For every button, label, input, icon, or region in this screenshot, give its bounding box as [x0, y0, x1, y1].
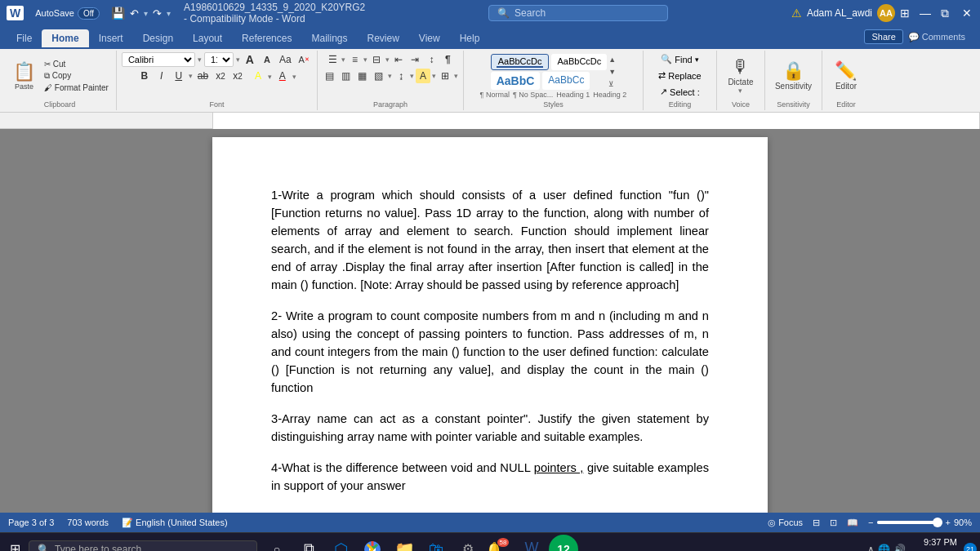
close-button[interactable]: ✕ [957, 7, 973, 20]
comments-button[interactable]: 💬 Comments [908, 32, 965, 42]
bullets-button[interactable]: ☰ [325, 52, 340, 67]
taskbar-explorer[interactable]: 📁 [390, 535, 419, 552]
increase-indent-button[interactable]: ⇥ [408, 52, 422, 67]
tray-arrow[interactable]: ∧ [867, 544, 875, 552]
styles-expand[interactable]: ⊻ [608, 80, 616, 88]
clock[interactable]: 9:37 PM 11/17/2020 [912, 536, 957, 551]
font-family-select[interactable]: Calibri [122, 52, 195, 67]
shading-button[interactable]: A [416, 69, 430, 83]
cut-button[interactable]: ✂ Cut [42, 59, 111, 69]
document-page[interactable]: 1-Write a program which should consists … [212, 137, 768, 513]
multilevel-button[interactable]: ⊟ [369, 52, 384, 67]
zoom-out-button[interactable]: − [868, 518, 873, 527]
tab-review[interactable]: Review [357, 29, 408, 47]
replace-button[interactable]: ⇄ Replace [655, 69, 704, 82]
taskbar-badge-58[interactable]: 🔔 58 [485, 535, 514, 552]
zoom-slider[interactable] [877, 521, 942, 524]
style-heading2-button[interactable]: AaBbCc [542, 72, 590, 90]
align-center-button[interactable]: ▥ [339, 69, 354, 83]
view-web-button[interactable]: ⊡ [830, 518, 837, 528]
tab-view[interactable]: View [409, 29, 450, 47]
line-spacing-button[interactable]: ↨ [394, 69, 408, 83]
user-avatar[interactable]: AA [877, 4, 895, 22]
style-nospacing-button[interactable]: AaBbCcDc [551, 54, 607, 70]
zoom-in-button[interactable]: + [946, 518, 951, 527]
taskbar-cortana[interactable]: ○ [262, 535, 292, 552]
style-h2-text: AaBbCc [548, 74, 584, 86]
document-area[interactable]: 1-Write a program which should consists … [0, 129, 980, 513]
tab-mailings[interactable]: Mailings [301, 29, 357, 47]
taskbar-ms-store[interactable]: 🛍 [421, 535, 451, 552]
tray-network[interactable]: 🌐 [878, 544, 890, 552]
select-button[interactable]: ↗ Select : [657, 85, 703, 99]
sort-button[interactable]: ↕ [424, 52, 439, 67]
layout-icon[interactable]: ⊞ [900, 7, 910, 20]
minimize-button[interactable]: — [915, 7, 931, 20]
taskbar-chrome[interactable] [358, 535, 387, 552]
autosave-toggle[interactable]: Off [78, 7, 100, 20]
search-box[interactable]: 🔍 Search [488, 5, 668, 21]
dictate-button[interactable]: 🎙 Dictate ▾ [722, 54, 760, 97]
view-print-button[interactable]: ⊟ [813, 518, 820, 528]
style-normal-button[interactable]: AaBbCcDc [491, 54, 550, 70]
tab-file[interactable]: File [7, 29, 42, 47]
font-color-button[interactable]: A [275, 69, 290, 83]
tab-help[interactable]: Help [450, 29, 490, 47]
taskbar-unknown[interactable]: ⚙ [453, 535, 483, 552]
text-highlight-button[interactable]: A [251, 69, 265, 83]
taskbar-task-view[interactable]: ⧉ [294, 535, 323, 552]
tab-insert[interactable]: Insert [89, 29, 133, 47]
tab-design[interactable]: Design [133, 29, 183, 47]
align-right-button[interactable]: ▦ [355, 69, 370, 83]
format-painter-button[interactable]: 🖌 Format Painter [42, 82, 111, 93]
change-case-button[interactable]: Aa [277, 52, 294, 67]
share-button[interactable]: Share [864, 29, 902, 44]
focus-button[interactable]: ◎ Focus [768, 518, 803, 528]
notification-badge[interactable]: 21 [964, 543, 977, 552]
numbering-button[interactable]: ≡ [347, 52, 362, 67]
justify-button[interactable]: ▧ [372, 69, 386, 83]
underline-button[interactable]: U [172, 69, 186, 83]
font-shrink-button[interactable]: A [260, 52, 274, 67]
sensitivity-button[interactable]: 🔒 Sensitivity [770, 58, 817, 93]
subscript-button[interactable]: x2 [213, 69, 228, 83]
focus-label: Focus [778, 518, 803, 527]
styles-scroll-up[interactable]: ▲ [608, 56, 616, 64]
italic-button[interactable]: I [154, 69, 169, 83]
ribbon-tab-bar: File Home Insert Design Layout Reference… [0, 26, 980, 49]
tab-home[interactable]: Home [42, 29, 88, 47]
find-button[interactable]: 🔍 Find ▾ [657, 52, 702, 66]
editor-button[interactable]: ✏️ Editor [827, 58, 865, 93]
font-size-select[interactable]: 11 [204, 52, 234, 67]
align-left-button[interactable]: ▤ [323, 69, 337, 83]
font-label: Font [209, 99, 224, 109]
bold-button[interactable]: B [137, 69, 152, 83]
zoom-control[interactable]: − + 90% [868, 518, 972, 527]
copy-button[interactable]: ⧉ Copy [42, 70, 111, 82]
clear-format-button[interactable]: A✕ [296, 52, 312, 67]
taskbar-word[interactable]: W [517, 535, 546, 552]
save-icon[interactable]: 💾 [111, 7, 125, 20]
styles-scroll-down[interactable]: ▼ [608, 68, 616, 76]
restore-button[interactable]: ⧉ [936, 7, 952, 20]
superscript-button[interactable]: x2 [230, 69, 245, 83]
start-button[interactable]: ⊞ [3, 538, 27, 551]
paste-button[interactable]: 📋 Paste [8, 58, 40, 94]
taskbar-edge[interactable]: ⬡ [326, 535, 355, 552]
undo-icon[interactable]: ↶ [130, 7, 139, 20]
font-grow-button[interactable]: A [243, 52, 257, 67]
decrease-indent-button[interactable]: ⇤ [391, 52, 406, 67]
show-paragraph-button[interactable]: ¶ [440, 52, 455, 67]
tab-layout[interactable]: Layout [183, 29, 232, 47]
zoom-slider-fill [877, 521, 936, 524]
view-read-button[interactable]: 📖 [847, 518, 858, 528]
taskbar-green-app[interactable]: 12 [549, 535, 578, 552]
borders-button[interactable]: ⊞ [438, 69, 452, 83]
strikethrough-button[interactable]: ab [195, 69, 211, 83]
redo-icon[interactable]: ↷ [153, 7, 162, 20]
style-heading1-button[interactable]: AaBbC [491, 72, 541, 90]
tray-volume[interactable]: 🔊 [893, 544, 906, 552]
find-label: Find [675, 55, 692, 64]
taskbar-search[interactable]: 🔍 Type here to search [29, 540, 257, 552]
tab-references[interactable]: References [232, 29, 301, 47]
